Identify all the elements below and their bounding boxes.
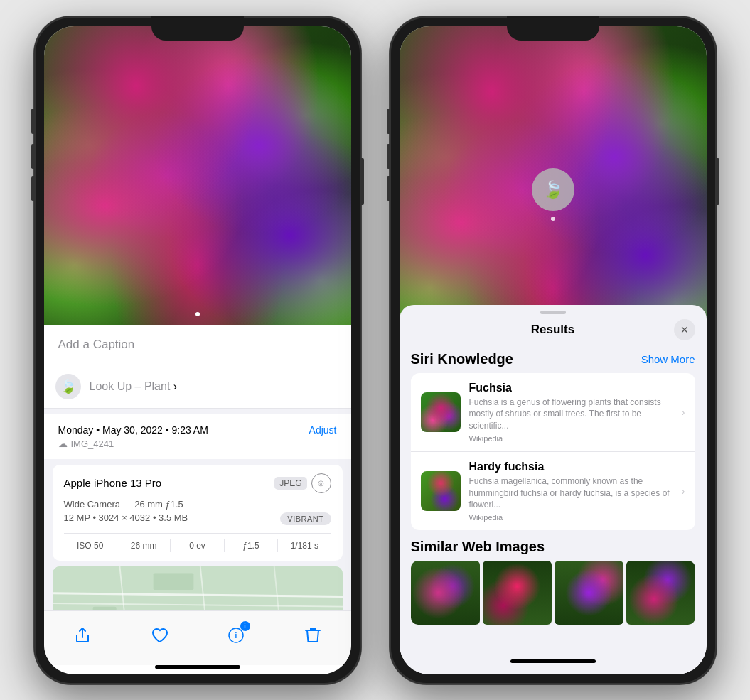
web-image-2[interactable] — [483, 561, 552, 625]
badges: JPEG ◎ — [274, 473, 331, 493]
exif-shutter: 1/181 s — [278, 539, 331, 552]
fuchsia-name: Fuchsia — [469, 382, 673, 394]
meta-section: Monday • May 30, 2022 • 9:23 AM Adjust ☁… — [44, 414, 351, 459]
notch — [151, 16, 244, 41]
camera-model: Apple iPhone 13 Pro — [64, 477, 162, 489]
sheet-handle[interactable] — [540, 311, 566, 314]
photo-area-left[interactable] — [44, 26, 351, 325]
show-more-button[interactable]: Show More — [641, 353, 695, 365]
location-icon: ◎ — [311, 473, 331, 493]
sheet-content: Siri Knowledge Show More Fuchsia Fuchsia… — [400, 343, 707, 674]
vibrant-badge: VIBRANT — [280, 512, 331, 525]
camera-section: Apple iPhone 13 Pro JPEG ◎ Wide Camera —… — [53, 465, 343, 561]
camera-detail2: 12 MP • 3024 × 4032 • 3.5 MB VIBRANT — [64, 512, 331, 526]
siri-knowledge-title: Siri Knowledge — [411, 351, 513, 367]
fuchsia-chevron-icon: › — [682, 406, 685, 418]
camera-detail: Wide Camera — 26 mm ƒ1.5 — [64, 499, 331, 510]
share-button[interactable] — [67, 620, 98, 651]
results-sheet: Results ✕ Siri Knowledge Show More — [400, 305, 707, 674]
adjust-button[interactable]: Adjust — [309, 424, 337, 436]
favorite-button[interactable] — [144, 620, 175, 651]
siri-dot — [551, 217, 555, 221]
dot-1 — [195, 312, 200, 316]
exif-row: ISO 50 26 mm 0 ev ƒ1.5 1/181 s — [64, 533, 331, 552]
photo-dot-indicator — [195, 312, 200, 316]
phones-container: Add a Caption 🍃 Look Up – Plant › Monday… — [20, 2, 731, 699]
close-icon: ✕ — [680, 324, 689, 335]
heart-icon — [151, 627, 168, 644]
lookup-prefix: Look Up – — [90, 380, 144, 392]
flower-photo-left — [44, 26, 351, 325]
fuchsia-thumbnail — [421, 392, 461, 432]
left-phone-inner: Add a Caption 🍃 Look Up – Plant › Monday… — [44, 26, 351, 674]
sheet-header: Results ✕ — [400, 317, 707, 343]
fuchsia-thumb-img — [421, 392, 461, 432]
left-phone: Add a Caption 🍃 Look Up – Plant › Monday… — [34, 16, 361, 684]
siri-button[interactable]: 🍃 — [532, 168, 574, 211]
photo-area-right: 🍃 — [400, 26, 707, 353]
notch-right — [507, 16, 599, 41]
svg-text:i: i — [235, 632, 237, 640]
toolbar: i i — [44, 610, 351, 665]
resolution-text: 12 MP • 3024 × 4032 • 3.5 MB — [64, 512, 188, 523]
caption-placeholder: Add a Caption — [58, 338, 135, 351]
exif-ev: 0 ev — [171, 539, 224, 552]
lookup-icon: 🍃 — [55, 374, 81, 399]
right-phone: 🍃 Results ✕ — [390, 16, 717, 684]
home-indicator-right — [510, 659, 596, 663]
trash-icon — [305, 627, 321, 644]
cloud-icon: ☁ — [58, 438, 68, 449]
fuchsia-text: Fuchsia Fuchsia is a genus of flowering … — [469, 382, 673, 443]
meta-date-row: Monday • May 30, 2022 • 9:23 AM Adjust — [58, 424, 337, 436]
hardy-description: Fuchsia magellanica, commonly known as t… — [469, 475, 673, 511]
web-images-row — [411, 561, 695, 625]
info-section: Add a Caption 🍃 Look Up – Plant › Monday… — [44, 325, 351, 610]
info-badge: i — [240, 621, 250, 631]
web-image-3[interactable] — [555, 561, 623, 625]
svg-rect-6 — [153, 573, 193, 590]
lookup-subject: Plant — [144, 380, 170, 392]
camera-model-row: Apple iPhone 13 Pro JPEG ◎ — [64, 473, 331, 493]
close-button[interactable]: ✕ — [674, 319, 695, 340]
knowledge-item-fuchsia[interactable]: Fuchsia Fuchsia is a genus of flowering … — [411, 373, 695, 452]
delete-button[interactable] — [297, 620, 328, 651]
knowledge-card: Fuchsia Fuchsia is a genus of flowering … — [411, 373, 695, 531]
web-image-4[interactable] — [626, 561, 695, 625]
siri-knowledge-header: Siri Knowledge Show More — [411, 351, 695, 367]
map-section[interactable] — [53, 566, 343, 610]
meta-filename: ☁ IMG_4241 — [58, 438, 337, 449]
jpeg-badge: JPEG — [274, 477, 306, 490]
knowledge-item-hardy[interactable]: Hardy fuchsia Fuchsia magellanica, commo… — [411, 452, 695, 530]
svg-rect-7 — [220, 610, 254, 610]
hardy-text: Hardy fuchsia Fuchsia magellanica, commo… — [469, 461, 673, 522]
web-image-1[interactable] — [411, 561, 480, 625]
similar-web-header: Similar Web Images — [411, 539, 695, 555]
right-phone-inner: 🍃 Results ✕ — [400, 26, 707, 674]
svg-rect-8 — [92, 606, 116, 610]
exif-iso: ISO 50 — [64, 539, 117, 552]
lookup-label: Look Up – Plant › — [90, 380, 178, 393]
share-icon — [74, 627, 91, 644]
meta-date: Monday • May 30, 2022 • 9:23 AM — [58, 424, 208, 436]
similar-web-title: Similar Web Images — [411, 539, 545, 555]
fuchsia-source: Wikipedia — [469, 434, 673, 443]
exif-mm: 26 mm — [117, 539, 171, 552]
info-button[interactable]: i i — [220, 620, 252, 651]
hardy-chevron-icon: › — [682, 485, 685, 497]
filename-text: IMG_4241 — [71, 438, 114, 449]
caption-area[interactable]: Add a Caption — [44, 325, 351, 365]
lookup-row[interactable]: 🍃 Look Up – Plant › — [44, 365, 351, 409]
home-indicator-left — [155, 665, 240, 669]
hardy-thumbnail — [421, 471, 461, 511]
hardy-source: Wikipedia — [469, 513, 673, 522]
map-roads-svg — [53, 566, 343, 610]
sheet-title: Results — [531, 323, 574, 337]
hardy-thumb-img — [421, 471, 461, 511]
hardy-name: Hardy fuchsia — [469, 461, 673, 473]
exif-f: ƒ1.5 — [225, 539, 278, 552]
fuchsia-description: Fuchsia is a genus of flowering plants t… — [469, 397, 673, 432]
